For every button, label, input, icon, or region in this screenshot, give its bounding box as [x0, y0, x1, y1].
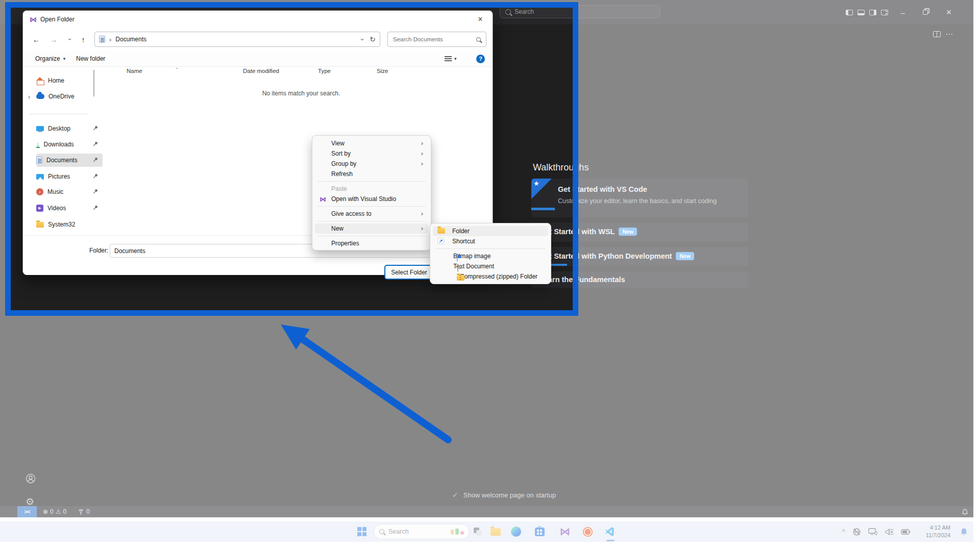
dim-overlay-bottom	[0, 310, 973, 542]
screen: – × ⋯ Walkthroughs ★ Get Started with VS…	[0, 0, 980, 551]
dim-overlay-right	[573, 8, 973, 310]
annotation-highlight-rectangle	[5, 2, 578, 316]
